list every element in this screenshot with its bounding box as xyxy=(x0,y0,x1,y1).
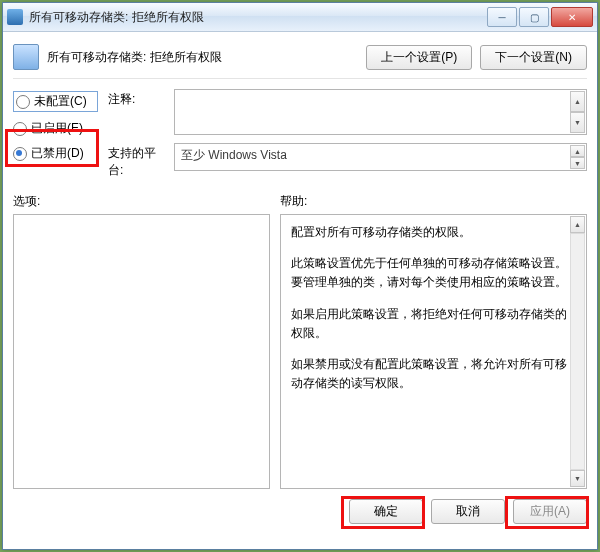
previous-setting-button[interactable]: 上一个设置(P) xyxy=(366,45,472,70)
meta-column: 注释: ▲▼ 支持的平台: 至少 Windows Vista ▲▼ xyxy=(108,89,587,179)
help-label: 帮助: xyxy=(280,193,307,210)
help-paragraph: 配置对所有可移动存储类的权限。 xyxy=(291,223,576,242)
comment-label: 注释: xyxy=(108,89,168,135)
config-row: 未配置(C) 已启用(E) 已禁用(D) 注释: ▲▼ xyxy=(13,79,587,179)
radio-not-configured[interactable]: 未配置(C) xyxy=(13,91,98,112)
radio-disabled[interactable]: 已禁用(D) xyxy=(13,145,98,162)
supported-value: 至少 Windows Vista xyxy=(181,148,287,162)
policy-editor-window: 所有可移动存储类: 拒绝所有权限 ─ ▢ ✕ 所有可移动存储类: 拒绝所有权限 … xyxy=(2,2,598,550)
apply-button[interactable]: 应用(A) xyxy=(513,499,587,524)
help-paragraph: 如果启用此策略设置，将拒绝对任何可移动存储类的权限。 xyxy=(291,305,576,343)
comment-row: 注释: ▲▼ xyxy=(108,89,587,135)
supported-label: 支持的平台: xyxy=(108,143,168,179)
radio-label: 未配置(C) xyxy=(34,93,87,110)
scrollbar[interactable]: ▲▼ xyxy=(570,145,585,169)
policy-title: 所有可移动存储类: 拒绝所有权限 xyxy=(47,49,358,66)
scroll-down-icon[interactable]: ▼ xyxy=(570,470,585,487)
scroll-up-icon[interactable]: ▲ xyxy=(570,216,585,233)
radio-icon xyxy=(13,122,27,136)
window-controls: ─ ▢ ✕ xyxy=(487,7,593,27)
scroll-up-icon[interactable]: ▲ xyxy=(570,91,585,112)
scrollbar[interactable]: ▲▼ xyxy=(570,91,585,133)
close-button[interactable]: ✕ xyxy=(551,7,593,27)
maximize-button[interactable]: ▢ xyxy=(519,7,549,27)
options-label: 选项: xyxy=(13,193,270,210)
radio-label: 已启用(E) xyxy=(31,120,83,137)
help-paragraph: 如果禁用或没有配置此策略设置，将允许对所有可移动存储类的读写权限。 xyxy=(291,355,576,393)
help-pane[interactable]: 配置对所有可移动存储类的权限。 此策略设置优先于任何单独的可移动存储策略设置。要… xyxy=(280,214,587,489)
header-row: 所有可移动存储类: 拒绝所有权限 上一个设置(P) 下一个设置(N) xyxy=(13,40,587,79)
scroll-down-icon[interactable]: ▼ xyxy=(570,157,585,169)
policy-icon xyxy=(13,44,39,70)
app-icon xyxy=(7,9,23,25)
radio-label: 已禁用(D) xyxy=(31,145,84,162)
scroll-down-icon[interactable]: ▼ xyxy=(570,112,585,133)
scroll-up-icon[interactable]: ▲ xyxy=(570,145,585,157)
scroll-track[interactable] xyxy=(570,233,585,470)
content-area: 所有可移动存储类: 拒绝所有权限 上一个设置(P) 下一个设置(N) 未配置(C… xyxy=(3,32,597,549)
state-radio-group: 未配置(C) 已启用(E) 已禁用(D) xyxy=(13,89,98,179)
next-setting-button[interactable]: 下一个设置(N) xyxy=(480,45,587,70)
supported-row: 支持的平台: 至少 Windows Vista ▲▼ xyxy=(108,143,587,179)
help-paragraph: 此策略设置优先于任何单独的可移动存储策略设置。要管理单独的类，请对每个类使用相应… xyxy=(291,254,576,292)
titlebar[interactable]: 所有可移动存储类: 拒绝所有权限 ─ ▢ ✕ xyxy=(3,3,597,32)
cancel-button[interactable]: 取消 xyxy=(431,499,505,524)
window-title: 所有可移动存储类: 拒绝所有权限 xyxy=(29,9,487,26)
radio-icon xyxy=(13,147,27,161)
pane-labels: 选项: 帮助: xyxy=(13,193,587,210)
radio-enabled[interactable]: 已启用(E) xyxy=(13,120,98,137)
ok-button[interactable]: 确定 xyxy=(349,499,423,524)
supported-textarea[interactable]: 至少 Windows Vista ▲▼ xyxy=(174,143,587,171)
comment-textarea[interactable]: ▲▼ xyxy=(174,89,587,135)
panes-row: 配置对所有可移动存储类的权限。 此策略设置优先于任何单独的可移动存储策略设置。要… xyxy=(13,214,587,489)
scrollbar[interactable]: ▲ ▼ xyxy=(570,216,585,487)
options-pane[interactable] xyxy=(13,214,270,489)
minimize-button[interactable]: ─ xyxy=(487,7,517,27)
footer-buttons: 确定 取消 应用(A) xyxy=(13,499,587,524)
radio-icon xyxy=(16,95,30,109)
